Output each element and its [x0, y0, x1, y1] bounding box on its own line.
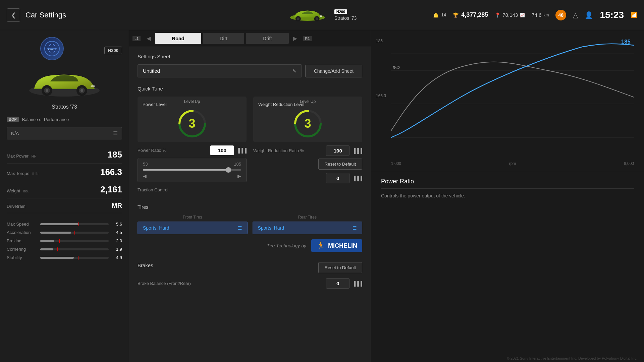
- power-ratio-section: Power Ratio % 100 ▐▐▐ 53 185: [138, 145, 247, 194]
- r1-badge: R1: [303, 36, 312, 41]
- michelin-text: MICHELIN: [328, 242, 357, 249]
- traction-control-label: Traction Control: [138, 187, 168, 192]
- rear-tire-select[interactable]: Sports: Hard ☰: [253, 222, 363, 234]
- power-ratio-slider-popup: 53 185 ◀ ▶: [138, 158, 247, 182]
- svg-text:ft-lb: ft-lb: [393, 65, 400, 70]
- edit-icon[interactable]: ✎: [292, 68, 297, 74]
- quick-tune-controls: Level Up Power Level 3: [138, 97, 362, 142]
- n200-badge-sidebar: N200: [104, 47, 122, 54]
- level-badge: 48: [555, 10, 566, 20]
- front-tire-label: Front Tires: [138, 215, 248, 220]
- signal-icon: 📶: [631, 12, 637, 18]
- car-class-badge: N200: [334, 9, 347, 14]
- rear-tire-value: Sports: Hard: [258, 225, 284, 231]
- rear-tire-col: Rear Tires Sports: Hard ☰: [253, 215, 363, 234]
- weight-unit: lbs.: [23, 189, 29, 193]
- slider-min: 53: [143, 162, 148, 167]
- brakes-title: Brakes: [138, 262, 153, 268]
- settings-sheet-title: Settings Sheet: [138, 54, 362, 59]
- power-ratio-description: Controls the power output of the vehicle…: [381, 192, 634, 199]
- na-box[interactable]: N/A ☰: [7, 127, 122, 139]
- perf-value-speed: 5.6: [112, 222, 122, 227]
- drivetrain-value: MR: [112, 202, 122, 209]
- time-display: 15:23: [600, 10, 624, 20]
- chart-y-max: 185: [376, 39, 383, 43]
- traction-control-input[interactable]: 0: [326, 173, 350, 183]
- quick-tune-title: Quick Tune: [138, 86, 362, 92]
- sidebar-car-image: [24, 69, 105, 99]
- perf-value-stability: 4.9: [112, 255, 122, 260]
- brake-balance-label: Brake Balance (Front/Rear): [138, 281, 191, 286]
- quick-tune-reset-button[interactable]: Reset to Default: [318, 159, 362, 170]
- brakes-header: Brakes Reset to Default: [138, 262, 362, 273]
- svg-point-15: [80, 89, 83, 92]
- weight-level-value: 3: [304, 117, 311, 131]
- traction-bar-icon[interactable]: ▐▐▐: [352, 176, 362, 181]
- front-tire-select[interactable]: Sports: Hard ☰: [138, 222, 248, 234]
- weight-ratio-section: Weight Reduction Ratio % 100 ▐▐▐ Reset t…: [253, 145, 362, 183]
- sheet-name-input[interactable]: Untitled ✎: [138, 64, 302, 77]
- topbar-icons: 🔔 14: [433, 12, 446, 18]
- power-ratio-title: Power Ratio: [381, 178, 634, 189]
- svg-text:185: 185: [621, 39, 631, 45]
- svg-point-12: [46, 89, 48, 92]
- car-badge-row: N200 Stratos '73: [334, 9, 357, 21]
- max-power-row: Max Power HP 185: [7, 146, 122, 164]
- max-torque-row: Max Torque ft-lb 166.3: [7, 164, 122, 181]
- chart-area: 185 166.3 185 hp ft-lb 1,000 rpm 8,000: [371, 30, 644, 171]
- profile-icon: 👤: [585, 11, 593, 19]
- tab-prev-button[interactable]: ◀: [144, 35, 153, 42]
- quick-tune-section: Quick Tune Level Up Power Level: [129, 81, 371, 199]
- power-level-section: Level Up Power Level 3: [138, 97, 247, 142]
- weight-label: Weight: [7, 188, 20, 193]
- brake-balance-input[interactable]: 0: [326, 278, 350, 289]
- top-right-info: 🔔 14 🏆 4,377,285 📍 78,143 📈 74.6 km 48 △…: [433, 10, 637, 20]
- svg-point-16: [91, 85, 95, 87]
- rear-tire-menu-icon: ☰: [353, 225, 357, 231]
- car-name-sidebar: Stratos '73: [7, 104, 122, 110]
- perf-row-accel: Acceleration 4.5: [7, 228, 122, 237]
- brakes-reset-button[interactable]: Reset to Default: [318, 262, 362, 273]
- slider-left-arrow[interactable]: ◀: [143, 173, 147, 179]
- sheet-name-text: Untitled: [143, 68, 160, 74]
- power-ratio-bar-icon[interactable]: ▐▐▐: [236, 148, 247, 153]
- sidebar-car-header: LANCIA N200: [7, 37, 122, 64]
- weight-ratio-input[interactable]: 100: [326, 145, 350, 156]
- power-ratio-input[interactable]: 100: [210, 145, 234, 155]
- credit-info: 🏆 4,377,285: [453, 11, 488, 18]
- right-panel: 185 166.3 185 hp ft-lb 1,000 rpm 8,000 P…: [371, 30, 644, 362]
- rear-tire-label: Rear Tires: [253, 215, 363, 220]
- mileage-stat: 📍 78,143 📈: [495, 12, 525, 18]
- perf-label-brake: Braking: [7, 238, 37, 243]
- main-content: L1 ◀ Road Dirt Drift ▶ R1 Settings Sheet…: [129, 30, 371, 362]
- slider-right-arrow[interactable]: ▶: [237, 173, 241, 179]
- sheet-row: Untitled ✎ Change/Add Sheet: [138, 64, 362, 77]
- max-torque-unit: ft-lb: [32, 172, 38, 176]
- back-button[interactable]: ❮: [7, 8, 20, 22]
- tires-grid: Front Tires Sports: Hard ☰ Rear Tires Sp…: [138, 215, 362, 234]
- perf-row-stability: Stability 4.9: [7, 253, 122, 262]
- chart-x-min: 1,000: [391, 161, 401, 166]
- tab-dirt[interactable]: Dirt: [203, 33, 244, 44]
- brake-balance-bar-icon[interactable]: ▐▐▐: [352, 281, 362, 286]
- tab-road[interactable]: Road: [155, 33, 201, 44]
- weight-level-up-label: Level Up: [300, 99, 316, 104]
- front-tire-col: Front Tires Sports: Hard ☰: [138, 215, 248, 234]
- weight-ratio-bar-icon[interactable]: ▐▐▐: [352, 148, 362, 154]
- tab-next-button[interactable]: ▶: [290, 35, 300, 42]
- perf-value-brake: 2.0: [112, 238, 122, 243]
- tab-drift[interactable]: Drift: [246, 33, 289, 44]
- page-title: Car Settings: [25, 11, 433, 19]
- power-slider-track[interactable]: [143, 169, 241, 171]
- traction-control-row: Traction Control: [138, 186, 247, 194]
- michelin-row: Tire Technology by 🏃 MICHELIN: [138, 239, 362, 252]
- change-sheet-button[interactable]: Change/Add Sheet: [305, 65, 362, 77]
- front-tire-value: Sports: Hard: [143, 225, 169, 231]
- power-level-value: 3: [189, 117, 195, 131]
- chart-x-max: 8,000: [624, 161, 634, 166]
- power-ratio-label: Power Ratio %: [138, 148, 166, 153]
- drivetrain-label: Drivetrain: [7, 204, 25, 209]
- car-name-top: Stratos '73: [334, 15, 357, 21]
- perf-bar-accel: [40, 232, 109, 234]
- perf-bar-corner: [40, 248, 109, 250]
